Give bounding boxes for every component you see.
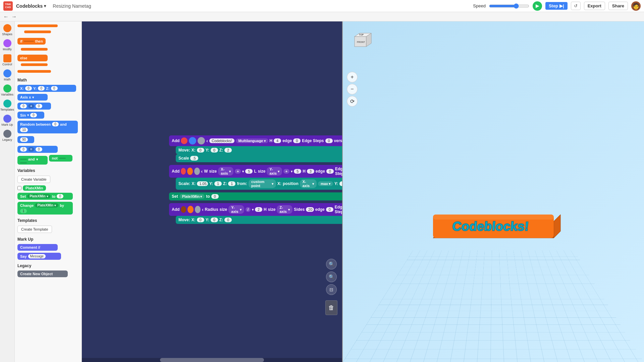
var-checkbox[interactable] [17,186,21,190]
category-modify[interactable]: Modify [0,38,14,52]
app-dropdown-icon[interactable]: ▾ [44,4,46,8]
create-template-button[interactable]: Create Template [17,226,52,233]
section-legacy: Legacy [17,263,79,268]
nav-forward-button[interactable]: → [11,14,17,20]
increment-block[interactable]: 0 + 0 [17,103,51,110]
viewport-controls: + − ⟳ [347,72,358,107]
section-templates: Templates [17,218,79,223]
svg-text:Codeblocks!: Codeblocks! [452,219,530,233]
set-var-block[interactable]: Set PlateXMin ▾ to 0 [17,193,73,200]
block-orange-2[interactable] [24,31,51,33]
svg-rect-8 [433,215,554,220]
export-button[interactable]: Export [584,2,605,10]
block-else-inner[interactable] [21,63,48,66]
code-canvas[interactable]: Add ‹ Codeblocks! Multilanguage ▾ H 4 ed… [82,21,342,362]
random-block[interactable]: Random between 0 and 10 [17,121,78,133]
and-block[interactable]: and ▾ [17,156,48,165]
categories-sidebar: Shapes Modify Control Math Variables Tem… [0,21,15,362]
else-block[interactable]: else [17,55,48,61]
project-name: Resizing Nametag [53,3,91,9]
category-templates[interactable]: Templates [0,98,14,113]
create-variable-button[interactable]: Create Variable [17,176,50,183]
tinkercad-logo[interactable]: TINKCAD [3,1,13,11]
category-markup[interactable]: Mark Up [0,113,14,128]
category-control[interactable]: Control [0,53,14,67]
category-variables[interactable]: Variables [0,83,14,98]
vp-zoom-in-btn[interactable]: + [347,72,358,82]
topbar: TINKCAD Codeblocks ▾ Resizing Nametag Sp… [0,0,644,12]
set-platexmin-block[interactable]: Set PlateXMin ▾ to 0 [169,192,342,200]
block-orange-end[interactable] [17,70,51,73]
category-legacy[interactable]: Legacy [0,128,14,143]
scale-block-2[interactable]: Scale: X: 1.05 Y: 1 Z: 1 from: custom po… [176,178,342,190]
canvas-controls: 🔍 🔍 ⊟ [326,259,337,295]
var-label-block[interactable]: PlateXMin [23,185,46,191]
section-math: Math [17,78,79,82]
svg-text:FRONT: FRONT [357,41,365,43]
equals-block[interactable]: 0 = 0 [17,146,58,153]
canvas-scrollbar[interactable] [82,358,342,362]
trash-button[interactable]: 🗑 [325,300,337,315]
nav-back-button[interactable]: ← [3,14,9,20]
code-blocks-container: Add ‹ Codeblocks! Multilanguage ▾ H 4 ed… [169,135,342,224]
main-layout: Shapes Modify Control Math Variables Tem… [0,21,644,362]
not-block[interactable]: not [49,155,72,162]
svg-marker-6 [554,215,560,238]
logo-text: TINKCAD [5,3,11,9]
category-math[interactable]: Math [0,68,14,82]
vp-reset-btn[interactable]: ⟳ [347,96,358,107]
scale-block-1[interactable]: Scale .5 [176,154,342,162]
speed-label: Speed [473,3,486,8]
section-markup: Mark Up [17,237,79,242]
move-block-3[interactable]: Move: X: 0 Y: 0 Z: 0 [176,216,342,224]
speed-slider[interactable] [489,3,529,9]
random-val-block[interactable]: 90 [17,136,34,143]
block-orange-1[interactable] [17,24,58,27]
step-button[interactable]: Step ▶| [545,2,568,10]
create-obj-block[interactable]: Create New Object [17,270,68,277]
user-avatar[interactable]: 🧑 [631,1,641,11]
comment-block[interactable]: Comment // [17,244,58,251]
3d-object-nametag: Codeblocks! Codeblocks! [423,194,564,245]
3d-viewport[interactable]: FRONT TOP + − ⟳ Codeblocks! [342,21,644,362]
app-name[interactable]: Codeblocks ▾ [16,3,46,9]
add-radius-group: Add ‹ Radius size Y-axis ▾ / ▾ 2 H size [169,203,342,224]
block-orange-inner[interactable] [21,48,48,51]
xyz-block[interactable]: X: 0 Y: 0 Z: 0 [17,85,76,92]
if-then-block[interactable]: if then [17,37,79,46]
add-text-block[interactable]: Add ‹ Codeblocks! Multilanguage ▾ H 4 ed… [169,135,342,146]
fit-canvas-btn[interactable]: ⊟ [326,284,337,295]
add-radius-block[interactable]: Add ‹ Radius size Y-axis ▾ / ▾ 2 H size [169,203,342,216]
move-block-1[interactable]: Move: X: 0 Y: 0 Z: 2 [176,146,342,154]
var-checkbox-row: PlateXMin [17,184,79,192]
change-var-block[interactable]: Change PlateXMin ▾ by 1 [17,202,73,215]
category-shapes[interactable]: Shapes [0,23,14,37]
sin-block[interactable]: Sin ▾ 0 [17,112,44,119]
navbar: ← → [0,12,644,21]
share-button[interactable]: Share [608,2,628,10]
step-label: Step [549,3,558,8]
zoom-out-canvas-btn[interactable]: 🔍 [326,272,337,282]
play-button[interactable]: ▶ [533,1,542,11]
axis-block[interactable]: Axis x ▾ [17,94,48,101]
reset-button[interactable]: ↺ [571,2,581,10]
add-box-group: Add ‹ W size X-axis ▾ + ▾ 5 L size [169,165,342,190]
vp-zoom-out-btn[interactable]: − [347,84,358,95]
say-block[interactable]: Say Message [17,253,61,260]
step-icon: ▶| [559,3,564,8]
grid-overlay [301,250,644,362]
app-name-text: Codeblocks [16,3,43,9]
zoom-in-canvas-btn[interactable]: 🔍 [326,259,337,269]
svg-text:TOP: TOP [359,34,364,36]
add-box-block[interactable]: Add ‹ W size X-axis ▾ + ▾ 5 L size [169,165,342,178]
section-variables: Variables [17,168,79,173]
add-text-group: Add ‹ Codeblocks! Multilanguage ▾ H 4 ed… [169,135,342,162]
canvas-scroll-thumb[interactable] [160,358,264,362]
blocks-panel: if then else Math X: 0 Y: 0 Z: 0 [15,21,82,362]
view-cube[interactable]: FRONT TOP [350,28,373,52]
